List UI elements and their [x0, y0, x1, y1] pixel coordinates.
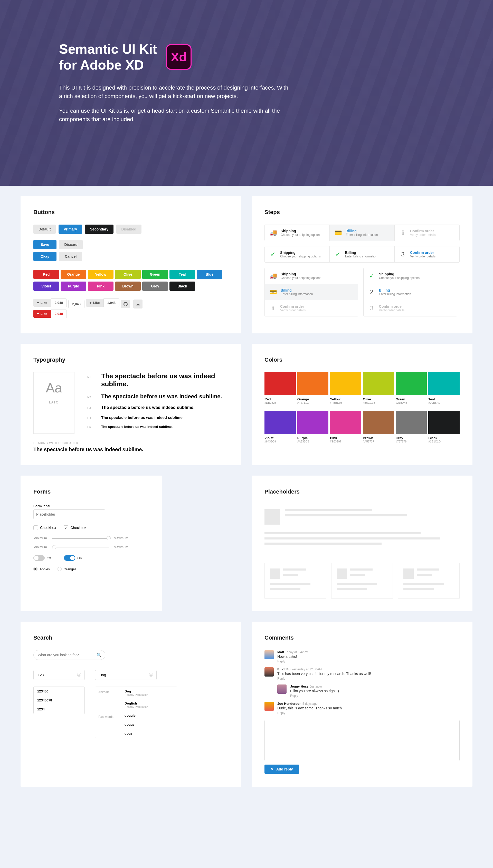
toggle-on[interactable]	[64, 555, 75, 561]
hero-title: Semantic UI Kitfor Adobe XD	[59, 41, 157, 73]
dropdown-item[interactable]: DogfishHealthy Population	[121, 699, 177, 711]
credit-card-icon: 💳	[269, 288, 277, 296]
hero-section: Semantic UI Kitfor Adobe XD This UI Kit …	[0, 0, 493, 186]
reply-link[interactable]: Reply	[277, 660, 459, 663]
font-name: LATO	[44, 401, 64, 404]
search-icon[interactable]: 🔍	[97, 653, 102, 658]
color-button-pink[interactable]: Pink	[88, 282, 113, 291]
color-button-olive[interactable]: Olive	[115, 270, 141, 279]
step-billing[interactable]: 2BillingEnter billing information	[364, 284, 457, 300]
avatar	[264, 650, 274, 659]
steps-row-1: 🚚ShippingChoose your shipping options 💳B…	[264, 225, 459, 241]
okay-button[interactable]: Okay	[34, 252, 57, 261]
comment-text: Dude, this is awesome. Thanks so much	[277, 706, 459, 710]
reply-link[interactable]: Reply	[277, 677, 459, 681]
comment: Elliot FuYesterday at 12:30AMThis has be…	[264, 667, 459, 681]
step-billing[interactable]: 💳BillingEnter billing information	[330, 225, 395, 241]
reply-textarea[interactable]	[264, 720, 459, 761]
color-button-teal[interactable]: Teal	[169, 270, 195, 279]
color-button-yellow[interactable]: Yellow	[88, 270, 113, 279]
add-reply-button[interactable]: ✎Add reply	[264, 764, 299, 774]
comment-author: Matt	[277, 650, 284, 654]
dropdown-item[interactable]: 123456	[34, 687, 84, 696]
color-swatch-teal: Teal#00B5AD	[428, 372, 459, 404]
slider-empty[interactable]: MinimumMaximum	[34, 545, 149, 549]
placeholders-card: Placeholders	[252, 475, 472, 611]
primary-button[interactable]: Primary	[59, 225, 82, 234]
dropdown-item[interactable]: dogs	[121, 729, 177, 738]
search-input[interactable]	[34, 650, 105, 660]
step-shipping[interactable]: 🚚ShippingChoose your shipping options	[265, 225, 330, 241]
color-button-red[interactable]: Red	[34, 270, 59, 279]
comment-text: How artistic!	[277, 654, 459, 659]
color-button-brown[interactable]: Brown	[115, 282, 141, 291]
color-button-green[interactable]: Green	[142, 270, 168, 279]
color-button-orange[interactable]: Orange	[61, 270, 86, 279]
dropdown-category: Passwords	[95, 711, 121, 722]
step-confirm[interactable]: 3Confirm orderVerify order details	[395, 246, 459, 262]
discard-button[interactable]: Discard	[59, 240, 82, 249]
color-swatch-orange: Orange#F2711C	[297, 372, 329, 404]
search-dropdown: 123456123456781234	[34, 687, 85, 714]
clear-icon[interactable]: ⓧ	[149, 672, 153, 678]
checkbox-checked[interactable]: Checkbox	[64, 525, 86, 530]
toggle-off[interactable]	[34, 555, 45, 561]
github-icon[interactable]	[121, 300, 130, 308]
buttons-card: Buttons Default Primary Secondary Disabl…	[21, 196, 241, 333]
step-number: 3	[399, 251, 406, 258]
step-confirm: ℹConfirm orderVerify order details	[265, 300, 358, 316]
color-button-black[interactable]: Black	[169, 282, 195, 291]
font-sample: Aa	[44, 380, 64, 396]
dropdown-item[interactable]: 12345678	[34, 696, 84, 705]
placeholder-card	[398, 563, 459, 599]
step-confirm: ℹConfirm orderVerify order details	[395, 225, 459, 241]
radio-apples[interactable]: Apples	[34, 567, 50, 571]
placeholder-avatar	[264, 509, 280, 525]
like-button-group[interactable]: ♥ Like 2,048	[34, 298, 67, 307]
save-button[interactable]: Save	[34, 240, 57, 249]
checkbox-unchecked[interactable]: Checkbox	[34, 525, 56, 530]
section-title: Steps	[264, 209, 459, 216]
heart-icon: ♥	[37, 301, 39, 305]
color-button-violet[interactable]: Violet	[34, 282, 59, 291]
step-shipping[interactable]: ✓ShippingChoose your shipping options	[364, 268, 457, 284]
subheader-label: HEADING WITH SUBHEADER	[34, 441, 229, 445]
color-button-blue[interactable]: Blue	[197, 270, 222, 279]
section-title: Forms	[34, 488, 149, 495]
slider-filled[interactable]: MinimumMaximum	[34, 536, 149, 540]
font-sample-box: Aa LATO	[34, 372, 74, 434]
color-swatch-violet: Violet#6435C9	[264, 411, 296, 443]
cancel-button[interactable]: Cancel	[59, 252, 82, 261]
color-button-grey[interactable]: Grey	[142, 282, 168, 291]
comment-text: Elliot you are always so right :)	[290, 689, 459, 693]
dropdown-category: Animals	[95, 687, 121, 697]
reply-link[interactable]: Reply	[277, 711, 459, 715]
dropdown-item[interactable]: DogHealthy Population	[121, 687, 177, 699]
radio-oranges[interactable]: Oranges	[58, 567, 77, 571]
like-button-red[interactable]: ♥ Like 2,048	[34, 310, 229, 318]
step-billing[interactable]: 💳BillingEnter billing information	[265, 284, 358, 300]
dropdown-item[interactable]: doggy	[121, 720, 177, 729]
step-billing[interactable]: ✓BillingEnter billing information	[330, 246, 395, 262]
like-button-group-2[interactable]: ♥ Like 1,048	[86, 298, 120, 307]
secondary-button[interactable]: Secondary	[85, 225, 114, 234]
clear-icon[interactable]: ⓧ	[77, 672, 81, 678]
step-shipping[interactable]: ✓ShippingChoose your shipping options	[265, 246, 330, 262]
search-input-3[interactable]	[95, 670, 157, 680]
step-shipping[interactable]: 🚚ShippingChoose your shipping options	[265, 268, 358, 284]
placeholder-line	[285, 514, 407, 516]
color-swatch-red: Red#DB2828	[264, 372, 296, 404]
section-title: Comments	[264, 635, 459, 641]
text-input[interactable]	[34, 509, 105, 519]
default-button[interactable]: Default	[34, 225, 56, 234]
dropdown-item[interactable]: doggie	[121, 711, 177, 720]
check-icon: ✓	[269, 251, 277, 258]
dropdown-item[interactable]: 1234	[34, 705, 84, 714]
reply-link[interactable]: Reply	[290, 694, 459, 697]
cloud-icon[interactable]: ☁	[133, 299, 143, 309]
color-button-purple[interactable]: Purple	[61, 282, 86, 291]
avatar	[264, 702, 274, 711]
avatar	[277, 685, 286, 694]
credit-card-icon: 💳	[334, 229, 342, 237]
placeholder-line	[264, 542, 382, 544]
